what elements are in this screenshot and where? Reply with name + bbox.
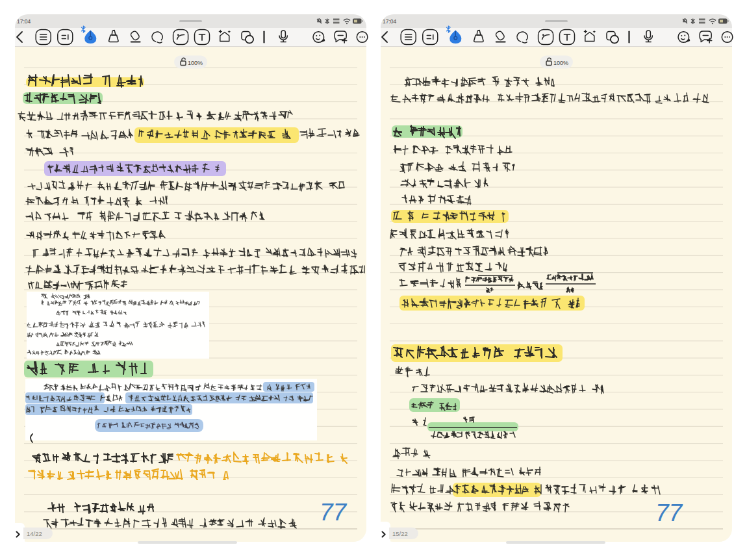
svg-text:77: 77	[655, 500, 683, 526]
svg-text:100%: 100%	[188, 60, 203, 66]
svg-text:15/22: 15/22	[392, 530, 408, 537]
svg-text:100%: 100%	[553, 60, 568, 66]
svg-text:17:04: 17:04	[383, 18, 397, 25]
svg-text:77: 77	[320, 499, 348, 526]
svg-text:17:04: 17:04	[17, 18, 31, 25]
svg-text:14/22: 14/22	[27, 530, 42, 537]
